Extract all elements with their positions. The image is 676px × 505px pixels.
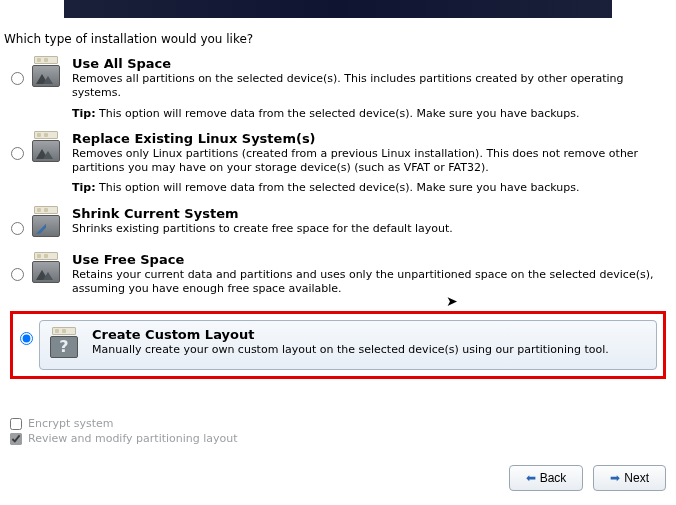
option-title: Replace Existing Linux System(s) xyxy=(72,131,660,146)
highlight-frame: ? Create Custom Layout Manually create y… xyxy=(10,311,666,379)
option-replace-linux[interactable]: Replace Existing Linux System(s) Removes… xyxy=(6,129,670,204)
storage-icon xyxy=(30,252,66,286)
encrypt-system-checkbox[interactable]: Encrypt system xyxy=(10,417,238,430)
next-label: Next xyxy=(624,471,649,485)
encrypt-checkbox-input[interactable] xyxy=(10,418,22,430)
storage-icon xyxy=(30,56,66,90)
radio-create-custom-layout[interactable] xyxy=(20,332,33,345)
radio-replace-linux[interactable] xyxy=(11,147,24,160)
option-desc: Manually create your own custom layout o… xyxy=(92,343,642,357)
bottom-checkboxes: Encrypt system Review and modify partiti… xyxy=(10,415,238,447)
option-use-free-space[interactable]: Use Free Space Retains your current data… xyxy=(6,250,670,311)
option-tip: Tip: This option will remove data from t… xyxy=(72,181,660,195)
radio-shrink-current[interactable] xyxy=(11,222,24,235)
option-desc: Shrinks existing partitions to create fr… xyxy=(72,222,660,236)
arrow-right-icon: ➡ xyxy=(610,471,620,485)
option-title: Create Custom Layout xyxy=(92,327,642,342)
option-desc: Removes only Linux partitions (created f… xyxy=(72,147,660,176)
review-checkbox-input[interactable] xyxy=(10,433,22,445)
back-button[interactable]: ⬅ Back xyxy=(509,465,584,491)
arrow-left-icon: ⬅ xyxy=(526,471,536,485)
option-title: Use Free Space xyxy=(72,252,660,267)
encrypt-label: Encrypt system xyxy=(28,417,114,430)
option-desc: Removes all partitions on the selected d… xyxy=(72,72,660,101)
question-icon: ? xyxy=(48,327,84,361)
storage-icon xyxy=(30,131,66,165)
option-title: Use All Space xyxy=(72,56,660,71)
review-layout-checkbox[interactable]: Review and modify partitioning layout xyxy=(10,432,238,445)
radio-use-all-space[interactable] xyxy=(11,72,24,85)
back-label: Back xyxy=(540,471,567,485)
option-desc: Retains your current data and partitions… xyxy=(72,268,660,297)
option-create-custom-layout[interactable]: ? Create Custom Layout Manually create y… xyxy=(17,318,659,372)
option-shrink-current[interactable]: Shrink Current System Shrinks existing p… xyxy=(6,204,670,250)
option-tip: Tip: This option will remove data from t… xyxy=(72,107,660,121)
storage-shrink-icon xyxy=(30,206,66,240)
next-button[interactable]: ➡ Next xyxy=(593,465,666,491)
page-heading: Which type of installation would you lik… xyxy=(4,32,676,46)
installation-options: Use All Space Removes all partitions on … xyxy=(0,54,676,379)
header-banner xyxy=(64,0,612,18)
option-use-all-space[interactable]: Use All Space Removes all partitions on … xyxy=(6,54,670,129)
option-title: Shrink Current System xyxy=(72,206,660,221)
footer-buttons: ⬅ Back ➡ Next xyxy=(509,465,666,491)
review-label: Review and modify partitioning layout xyxy=(28,432,238,445)
radio-use-free-space[interactable] xyxy=(11,268,24,281)
